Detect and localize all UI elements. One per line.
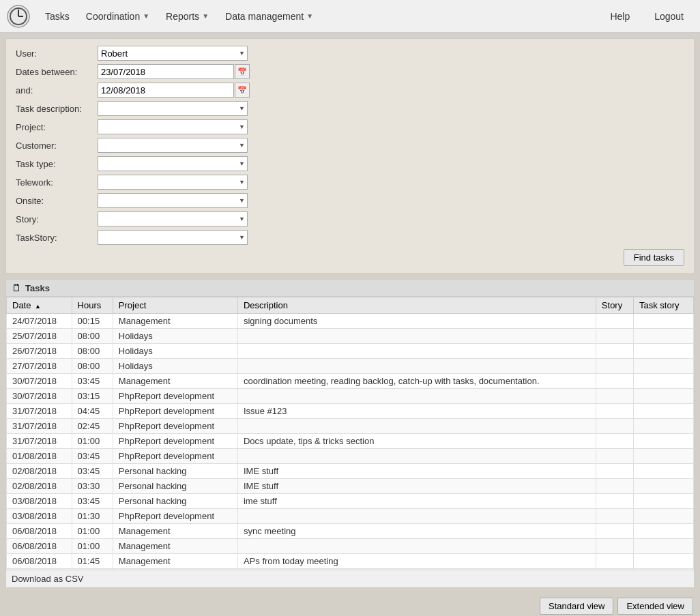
nav-items: Tasks Coordination ▼ Reports ▼ Data mana… bbox=[38, 7, 600, 26]
and-calendar-btn[interactable]: 📅 bbox=[235, 83, 250, 98]
filter-project-label: Project: bbox=[16, 122, 98, 132]
filter-task-desc-label: Task description: bbox=[16, 104, 98, 114]
project-select[interactable] bbox=[98, 119, 248, 134]
nav-coordination[interactable]: Coordination ▼ bbox=[79, 7, 156, 26]
cell-date: 31/07/2018 bbox=[7, 419, 72, 434]
cell-project: Holidays bbox=[113, 344, 237, 359]
filter-and-control: 📅 bbox=[98, 83, 250, 98]
nav-reports-label: Reports bbox=[166, 11, 199, 22]
cell-story bbox=[596, 374, 633, 389]
nav-tasks[interactable]: Tasks bbox=[38, 7, 76, 26]
filter-and-row: and: 📅 bbox=[16, 83, 684, 98]
dates-between-calendar-btn[interactable]: 📅 bbox=[235, 64, 250, 79]
filter-dates-between-label: Dates between: bbox=[16, 67, 98, 77]
cell-project: Management bbox=[113, 374, 237, 389]
cell-task_story bbox=[633, 524, 693, 539]
navbar: Tasks Coordination ▼ Reports ▼ Data mana… bbox=[0, 0, 700, 33]
cell-story bbox=[596, 359, 633, 374]
col-description[interactable]: Description bbox=[237, 297, 596, 314]
col-story[interactable]: Story bbox=[596, 297, 633, 314]
logout-button[interactable]: Logout bbox=[645, 8, 693, 25]
cell-date: 03/08/2018 bbox=[7, 494, 72, 509]
and-input[interactable] bbox=[98, 83, 234, 98]
table-row: 02/08/201803:45Personal hackingIME stuff bbox=[7, 464, 694, 479]
cell-task_story bbox=[633, 479, 693, 494]
cell-description bbox=[237, 329, 596, 344]
cell-story bbox=[596, 434, 633, 449]
cell-date: 06/08/2018 bbox=[7, 554, 72, 569]
cell-task_story bbox=[633, 374, 693, 389]
cell-project: Personal hacking bbox=[113, 479, 237, 494]
filter-task-story-label: TaskStory: bbox=[16, 233, 98, 243]
filter-user-control: Robert bbox=[98, 46, 248, 61]
cell-task_story bbox=[633, 434, 693, 449]
col-story-label: Story bbox=[602, 300, 622, 310]
cell-description bbox=[237, 389, 596, 404]
cell-task_story bbox=[633, 344, 693, 359]
filter-user-row: User: Robert bbox=[16, 46, 684, 61]
cell-hours: 08:00 bbox=[72, 359, 113, 374]
task-story-select[interactable] bbox=[98, 230, 248, 245]
customer-select[interactable] bbox=[98, 138, 248, 153]
task-description-select[interactable] bbox=[98, 101, 248, 116]
extended-view-button[interactable]: Extended view bbox=[617, 598, 693, 615]
filter-story-control bbox=[98, 211, 248, 226]
filter-project-row: Project: bbox=[16, 119, 684, 134]
filter-customer-control bbox=[98, 138, 248, 153]
cell-hours: 03:45 bbox=[72, 374, 113, 389]
col-task-story-label: Task story bbox=[639, 300, 680, 310]
find-btn-row: Find tasks bbox=[16, 249, 684, 266]
help-button[interactable]: Help bbox=[600, 8, 639, 25]
tasks-title: Tasks bbox=[25, 283, 50, 293]
col-project[interactable]: Project bbox=[113, 297, 237, 314]
cell-project: Management bbox=[113, 539, 237, 554]
table-row: 26/07/201808:00Holidays bbox=[7, 344, 694, 359]
cell-hours: 02:45 bbox=[72, 419, 113, 434]
cell-description bbox=[237, 509, 596, 524]
onsite-select[interactable] bbox=[98, 193, 248, 208]
table-row: 03/08/201803:45Personal hackingime stuff bbox=[7, 494, 694, 509]
col-description-label: Description bbox=[244, 300, 288, 310]
filter-telework-control bbox=[98, 175, 248, 190]
tasks-icon: 🗒 bbox=[12, 282, 21, 293]
filter-customer-label: Customer: bbox=[16, 141, 98, 151]
telework-select[interactable] bbox=[98, 175, 248, 190]
tasks-footer: Download as CSV bbox=[6, 570, 694, 587]
task-type-select[interactable] bbox=[98, 156, 248, 171]
cell-description: Docs update, tips & tricks section bbox=[237, 434, 596, 449]
reports-chevron-icon: ▼ bbox=[202, 12, 209, 20]
filter-onsite-control bbox=[98, 193, 248, 208]
story-select[interactable] bbox=[98, 211, 248, 226]
nav-tasks-label: Tasks bbox=[45, 11, 70, 22]
cell-project: Personal hacking bbox=[113, 464, 237, 479]
dates-between-input[interactable] bbox=[98, 64, 234, 79]
cell-task_story bbox=[633, 464, 693, 479]
table-row: 06/08/201801:00Management bbox=[7, 539, 694, 554]
cell-date: 26/07/2018 bbox=[7, 344, 72, 359]
col-task-story[interactable]: Task story bbox=[633, 297, 693, 314]
col-date[interactable]: Date ▲ bbox=[7, 297, 72, 314]
standard-view-button[interactable]: Standard view bbox=[540, 598, 613, 615]
cell-description: IME stuff bbox=[237, 464, 596, 479]
cell-story bbox=[596, 494, 633, 509]
filter-dates-between-control: 📅 bbox=[98, 64, 250, 79]
filter-panel: User: Robert Dates between: 📅 and: 📅 Tas… bbox=[5, 38, 695, 274]
cell-description: Issue #123 bbox=[237, 404, 596, 419]
col-hours[interactable]: Hours bbox=[72, 297, 113, 314]
nav-data-management[interactable]: Data management ▼ bbox=[218, 7, 320, 26]
filter-story-label: Story: bbox=[16, 214, 98, 224]
table-row: 25/07/201808:00Holidays bbox=[7, 329, 694, 344]
cell-story bbox=[596, 509, 633, 524]
cell-hours: 08:00 bbox=[72, 329, 113, 344]
find-tasks-button[interactable]: Find tasks bbox=[624, 249, 684, 266]
cell-project: Personal hacking bbox=[113, 494, 237, 509]
cell-story bbox=[596, 419, 633, 434]
nav-reports[interactable]: Reports ▼ bbox=[159, 7, 216, 26]
cell-date: 31/07/2018 bbox=[7, 404, 72, 419]
cell-task_story bbox=[633, 314, 693, 329]
cell-date: 02/08/2018 bbox=[7, 464, 72, 479]
download-csv-link[interactable]: Download as CSV bbox=[12, 574, 84, 584]
tasks-section: 🗒 Tasks Date ▲ Hours Project De bbox=[5, 279, 695, 588]
cell-task_story bbox=[633, 329, 693, 344]
user-select[interactable]: Robert bbox=[98, 46, 248, 61]
